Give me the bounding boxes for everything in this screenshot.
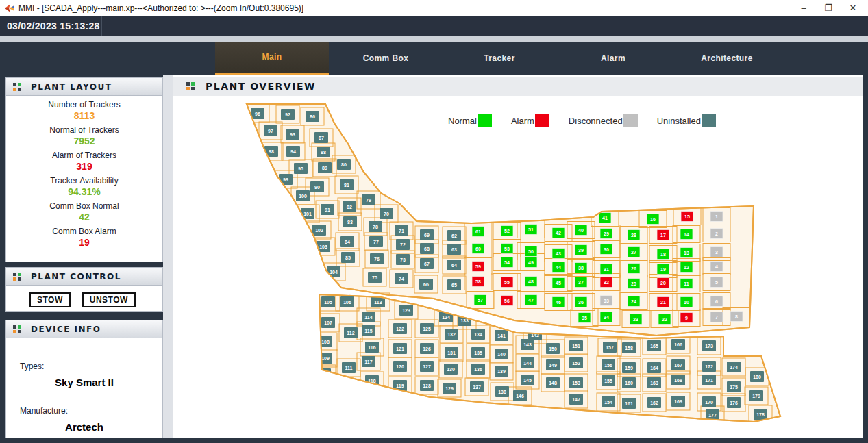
map-tile-29-n[interactable]: 29 [600,229,612,239]
map-tile-41-n[interactable]: 41 [599,213,611,223]
map-tile-111-u[interactable]: 111 [342,362,356,373]
map-tile-31-n[interactable]: 31 [600,264,612,275]
map-tile-180-u[interactable]: 180 [750,371,764,382]
map-tile-54-n[interactable]: 54 [501,257,513,268]
map-tile-4-d[interactable]: 4 [710,262,723,272]
map-tile-76-u[interactable]: 76 [370,253,384,264]
map-tile-12-n[interactable]: 12 [680,262,693,273]
map-tile-67-u[interactable]: 67 [420,258,434,269]
tab-architecture[interactable]: Architecture [670,42,784,75]
map-tile-39-n[interactable]: 39 [575,245,587,255]
map-tile-173-u[interactable]: 173 [702,340,716,351]
map-tile-89-u[interactable]: 89 [318,162,332,173]
map-tile-8-d[interactable]: 8 [730,312,743,322]
map-tile-140-u[interactable]: 140 [495,349,508,359]
map-tile-105-u[interactable]: 105 [321,296,335,307]
map-tile-162-u[interactable]: 162 [647,397,661,408]
map-tile-23-n[interactable]: 23 [630,314,642,325]
map-tile-131-u[interactable]: 131 [445,347,458,358]
map-tile-139-u[interactable]: 139 [495,366,508,377]
map-tile-99-u[interactable]: 99 [279,174,293,185]
map-tile-163-u[interactable]: 163 [647,377,661,388]
map-tile-149-u[interactable]: 149 [546,359,560,370]
map-tile-93-u[interactable]: 93 [286,129,299,140]
map-tile-167-u[interactable]: 167 [671,359,685,370]
map-tile-136-u[interactable]: 136 [471,364,485,375]
map-tile-16-n[interactable]: 16 [647,214,659,225]
map-tile-35-n[interactable]: 35 [578,313,591,323]
map-tile-134-u[interactable]: 134 [471,329,485,340]
map-tile-52-n[interactable]: 52 [501,226,513,236]
map-tile-107-u[interactable]: 107 [321,317,335,328]
map-tile-161-u[interactable]: 161 [622,398,636,409]
map-tile-13-n[interactable]: 13 [680,248,693,258]
map-tile-84-u[interactable]: 84 [340,236,354,247]
map-tile-175-u[interactable]: 175 [727,381,741,392]
map-tile-154-u[interactable]: 154 [602,396,615,407]
map-tile-25-n[interactable]: 25 [628,279,640,289]
map-tile-37-n[interactable]: 37 [575,277,587,288]
map-tile-38-n[interactable]: 38 [575,263,587,273]
map-tile-65-u[interactable]: 65 [447,279,461,290]
map-tile-56-a[interactable]: 56 [501,296,513,306]
map-tile-68-u[interactable]: 68 [420,243,434,254]
map-tile-128-u[interactable]: 128 [420,380,434,391]
map-tile-137-u[interactable]: 137 [470,381,484,392]
map-tile-143-u[interactable]: 143 [521,339,534,350]
map-tile-9-a[interactable]: 9 [680,313,693,323]
map-tile-47-n[interactable]: 47 [525,295,537,305]
map-tile-126-u[interactable]: 126 [420,343,434,354]
map-tile-142-u[interactable]: 142 [528,329,542,340]
map-tile-57-n[interactable]: 57 [474,295,486,305]
map-tile-7-d[interactable]: 7 [710,312,723,322]
map-tile-77-u[interactable]: 77 [369,236,383,247]
map-tile-24-n[interactable]: 24 [628,296,640,307]
map-tile-120-u[interactable]: 120 [393,361,407,372]
minimize-button[interactable]: – [791,1,816,16]
map-tile-20-a[interactable]: 20 [657,278,669,288]
map-tile-106-u[interactable]: 106 [340,296,354,307]
map-tile-45-n[interactable]: 45 [552,278,565,288]
map-tile-64-u[interactable]: 64 [447,260,461,270]
map-tile-109-u[interactable]: 109 [319,353,332,364]
map-tile-121-u[interactable]: 121 [393,343,407,354]
map-tile-61-n[interactable]: 61 [472,227,484,237]
map-tile-129-u[interactable]: 129 [443,383,456,394]
map-tile-160-u[interactable]: 160 [622,377,636,388]
map-tile-114-u[interactable]: 114 [362,312,375,322]
map-tile-101-u[interactable]: 101 [301,208,314,219]
map-tile-73-u[interactable]: 73 [396,254,410,265]
map-tile-87-u[interactable]: 87 [314,132,328,143]
map-tile-63-u[interactable]: 63 [447,244,461,255]
map-tile-179-u[interactable]: 179 [749,390,763,401]
map-tile-174-u[interactable]: 174 [727,362,741,372]
stow-button[interactable]: STOW [29,292,71,307]
map-tile-169-u[interactable]: 169 [671,396,685,407]
map-tile-141-u[interactable]: 141 [495,330,508,341]
map-tile-53-n[interactable]: 53 [501,244,513,254]
map-tile-49-n[interactable]: 49 [525,257,537,268]
map-tile-92-u[interactable]: 92 [281,109,295,120]
map-tile-117-u[interactable]: 117 [362,356,375,367]
map-tile-156-u[interactable]: 156 [602,359,615,370]
map-tile-2-d[interactable]: 2 [710,229,723,239]
map-tile-86-u[interactable]: 86 [306,111,319,122]
map-tile-27-n[interactable]: 27 [628,247,640,257]
close-button[interactable]: ✕ [841,1,865,16]
map-tile-95-u[interactable]: 95 [294,163,308,174]
map-tile-168-u[interactable]: 168 [671,375,685,385]
map-tile-157-u[interactable]: 157 [603,342,617,353]
map-tile-18-n[interactable]: 18 [657,249,669,260]
map-tile-102-u[interactable]: 102 [312,225,326,236]
map-tile-94-u[interactable]: 94 [286,146,300,157]
map-tile-146-u[interactable]: 146 [513,390,527,401]
map-tile-6-d[interactable]: 6 [710,296,723,307]
unstow-button[interactable]: UNSTOW [82,292,136,307]
map-tile-148-u[interactable]: 148 [546,377,560,388]
map-tile-46-n[interactable]: 46 [552,297,565,307]
map-tile-88-u[interactable]: 88 [317,147,330,157]
map-tile-34-n[interactable]: 34 [600,312,612,322]
map-tile-152-u[interactable]: 152 [569,357,583,368]
map-tile-79-u[interactable]: 79 [362,194,375,205]
map-tile-71-u[interactable]: 71 [395,225,408,236]
